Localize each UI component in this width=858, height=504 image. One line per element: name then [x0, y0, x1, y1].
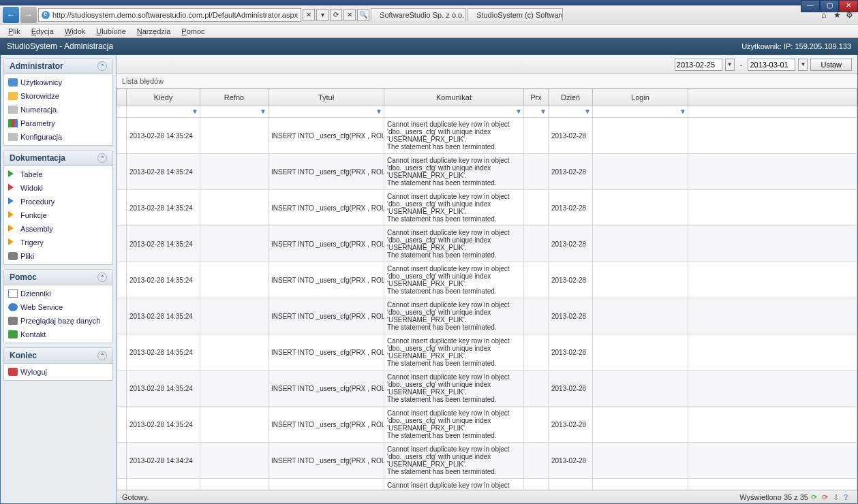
column-header-Komunikat[interactable]: Komunikat: [384, 89, 524, 106]
panel-header[interactable]: Dokumentacja⌃: [4, 151, 112, 166]
nav-item-dzienniki[interactable]: Dzienniki: [4, 287, 112, 300]
menu-item-pomoc[interactable]: Pomoc: [176, 26, 210, 37]
table-row[interactable]: 2013-02-28 14:35:24INSERT INTO _users_cf…: [117, 371, 857, 407]
grid-title: Lista błędów: [117, 74, 857, 89]
filter-cell[interactable]: [688, 106, 857, 118]
table-row[interactable]: 2013-02-28 14:35:24INSERT INTO _users_cf…: [117, 190, 857, 226]
filter-icon[interactable]: ▼: [538, 108, 547, 116]
collapse-icon[interactable]: ⌃: [97, 351, 107, 360]
table-cell: [117, 407, 127, 443]
filter-cell[interactable]: ▼: [384, 106, 524, 118]
filter-icon[interactable]: ▼: [583, 108, 591, 116]
column-header-Prx[interactable]: Prx: [524, 89, 549, 106]
table-row[interactable]: 2013-02-28 14:35:24INSERT INTO _users_cf…: [117, 154, 857, 190]
date-from-dropdown[interactable]: ▼: [725, 59, 735, 71]
date-to-dropdown[interactable]: ▼: [798, 59, 808, 71]
grid-wrapper[interactable]: KiedyRefnoTytułKomunikatPrxDzieńLogin▼▼▼…: [117, 89, 857, 490]
column-header-Refno[interactable]: Refno: [200, 89, 269, 106]
nav-item-procedury[interactable]: Procedury: [4, 195, 112, 208]
filter-icon[interactable]: ▼: [374, 108, 382, 116]
column-header-blank[interactable]: [117, 89, 127, 106]
nav-item-trigery[interactable]: Trigery: [4, 236, 112, 249]
column-header-blank[interactable]: [688, 89, 857, 106]
nav-item-pliki[interactable]: Pliki: [4, 249, 112, 263]
user-info: Użytkownik: IP: 159.205.109.133: [741, 42, 851, 50]
column-header-Kiedy[interactable]: Kiedy: [127, 89, 200, 106]
table-cell: [200, 118, 269, 154]
nav-item-parametry[interactable]: Parametry: [4, 116, 112, 130]
table-row[interactable]: 2013-02-28 14:35:24INSERT INTO _users_cf…: [117, 262, 857, 298]
url-stop-button[interactable]: ✕: [343, 9, 356, 21]
menu-item-ulubione[interactable]: Ulubione: [91, 26, 131, 37]
nav-item-funkcje[interactable]: Funkcje: [4, 208, 112, 222]
export-icon[interactable]: ⇩: [833, 493, 841, 501]
nav-item-kontakt[interactable]: Kontakt: [4, 328, 112, 341]
column-header-Tytuł[interactable]: Tytuł: [269, 89, 384, 106]
table-row[interactable]: 2013-02-28 14:35:24INSERT INTO _users_cf…: [117, 334, 857, 371]
table-row[interactable]: 2013-02-28 14:35:24INSERT INTO _users_cf…: [117, 407, 857, 443]
filter-icon[interactable]: ▼: [258, 108, 266, 116]
column-header-Login[interactable]: Login: [593, 89, 688, 106]
panel-header[interactable]: Pomoc⌃: [4, 270, 112, 285]
nav-item-użytkownicy[interactable]: Użytkownicy: [4, 76, 112, 89]
menu-item-widok[interactable]: Widok: [59, 26, 91, 37]
nav-item-label: Widoki: [20, 184, 43, 192]
url-refresh-button[interactable]: ⟳: [330, 9, 342, 21]
nav-item-konfiguracja[interactable]: Konfiguracja: [4, 130, 112, 144]
nav-item-skorowidze[interactable]: Skorowidze: [4, 89, 112, 103]
table-row[interactable]: 2013-02-28 14:35:24INSERT INTO _users_cf…: [117, 298, 857, 334]
nav-item-tabele[interactable]: Tabele: [4, 168, 112, 181]
nav-item-assembly[interactable]: Assembly: [4, 222, 112, 236]
table-cell: 2013-02-28: [549, 154, 593, 190]
nav-item-widoki[interactable]: Widoki: [4, 181, 112, 195]
table-cell: Cannot insert duplicate key row in objec…: [384, 118, 524, 154]
window-maximize-button[interactable]: ▢: [820, 0, 839, 12]
panel-header[interactable]: Administrator⌃: [4, 59, 112, 74]
column-header-Dzień[interactable]: Dzień: [549, 89, 593, 106]
nav-item-wyloguj[interactable]: Wyloguj: [4, 365, 112, 379]
url-close-button[interactable]: ✕: [303, 9, 315, 21]
table-row[interactable]: 2013-02-28 14:34:24INSERT INTO _users_cf…: [117, 479, 857, 490]
refresh-green-icon[interactable]: ⟳: [811, 493, 819, 501]
table-row[interactable]: 2013-02-28 14:34:24INSERT INTO _users_cf…: [117, 443, 857, 479]
filter-cell[interactable]: ▼: [549, 106, 593, 118]
collapse-icon[interactable]: ⌃: [97, 61, 107, 71]
table-row[interactable]: 2013-02-28 14:35:24INSERT INTO _users_cf…: [117, 226, 857, 262]
url-bar[interactable]: http://studiosystem.demo.softwarestudio.…: [38, 8, 301, 22]
filter-cell[interactable]: ▼: [593, 106, 688, 118]
nav-item-numeracja[interactable]: Numeracja: [4, 103, 112, 116]
browser-forward-button[interactable]: →: [20, 7, 37, 23]
window-close-button[interactable]: ✕: [839, 0, 858, 12]
table-cell: 2013-02-28 14:35:24: [127, 262, 200, 298]
date-to-input[interactable]: [748, 59, 795, 71]
url-dropdown-button[interactable]: ▾: [316, 9, 328, 21]
ic-globe-icon: [8, 303, 18, 311]
date-from-input[interactable]: [675, 59, 722, 71]
nav-item-web-service[interactable]: Web Service: [4, 300, 112, 314]
filter-cell[interactable]: [117, 106, 127, 118]
nav-item-przeglądaj-bazę-danych[interactable]: Przeglądaj bazę danych: [4, 314, 112, 328]
window-minimize-button[interactable]: —: [801, 0, 820, 12]
browser-back-button[interactable]: ←: [3, 7, 19, 23]
panel-header[interactable]: Koniec⌃: [4, 348, 112, 364]
help-icon[interactable]: ?: [844, 493, 852, 501]
set-button[interactable]: Ustaw: [810, 59, 852, 71]
filter-cell[interactable]: ▼: [269, 106, 384, 118]
collapse-icon[interactable]: ⌃: [97, 153, 107, 163]
ic-folder-icon: [8, 92, 18, 100]
browser-tab-2[interactable]: StudioSystem (c) SoftwareS...: [468, 8, 563, 21]
filter-icon[interactable]: ▼: [190, 108, 198, 116]
filter-icon[interactable]: ▼: [678, 108, 686, 116]
refresh-red-icon[interactable]: ⟳: [822, 493, 830, 501]
filter-cell[interactable]: ▼: [200, 106, 269, 118]
collapse-icon[interactable]: ⌃: [97, 272, 107, 282]
filter-cell[interactable]: ▼: [524, 106, 549, 118]
menu-item-plik[interactable]: Plik: [3, 26, 26, 37]
url-search-button[interactable]: 🔍: [357, 9, 369, 21]
menu-item-edycja[interactable]: Edycja: [26, 26, 59, 37]
filter-cell[interactable]: ▼: [127, 106, 200, 118]
table-row[interactable]: 2013-02-28 14:35:24INSERT INTO _users_cf…: [117, 118, 857, 154]
filter-icon[interactable]: ▼: [514, 108, 522, 116]
menu-item-narzędzia[interactable]: Narzędzia: [132, 26, 177, 37]
browser-tab-1[interactable]: SoftwareStudio Sp. z o.o. prod...: [371, 8, 466, 21]
